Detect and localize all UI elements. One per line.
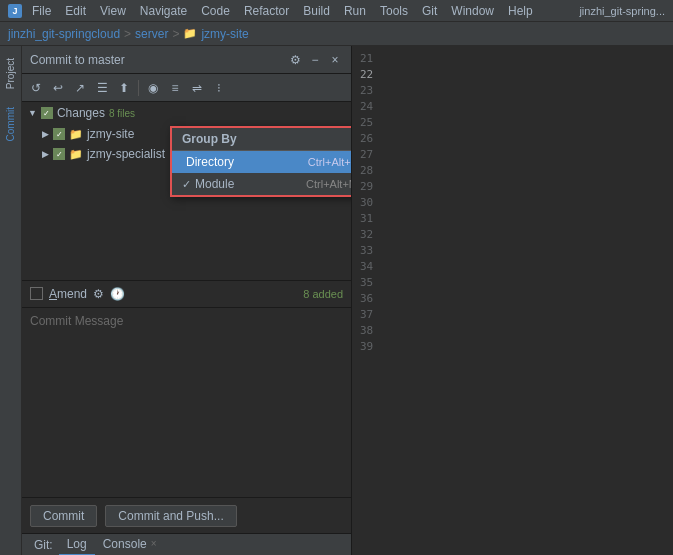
tree-item-label-1: jzmy-site	[87, 127, 134, 141]
git-tab-log-label: Log	[67, 537, 87, 551]
line-num-28: 28	[352, 162, 673, 178]
group-by-icon[interactable]: ⇌	[187, 78, 207, 98]
git-tab-console-label: Console	[103, 537, 147, 551]
dropdown-title: Group By	[172, 128, 351, 151]
dropdown-module-label: Module	[195, 177, 234, 191]
changes-count: 8 files	[109, 108, 135, 119]
menu-build[interactable]: Build	[297, 0, 336, 22]
line-num-27: 27	[352, 146, 673, 162]
dropdown-directory-label: Directory	[186, 155, 234, 169]
toolbar-separator	[138, 80, 139, 96]
folder-icon: 📁	[183, 27, 197, 40]
dropdown-item-directory-left: Directory	[182, 155, 234, 169]
git-tab-log[interactable]: Log	[59, 534, 95, 556]
dropdown-item-directory[interactable]: Directory Ctrl+Alt+P	[172, 151, 351, 173]
breadcrumb-part-3[interactable]: jzmy-site	[201, 27, 248, 41]
amend-label: Amend	[49, 287, 87, 301]
menu-file[interactable]: File	[26, 0, 57, 22]
settings-icon[interactable]: ⚙	[287, 52, 303, 68]
menu-help[interactable]: Help	[502, 0, 539, 22]
menu-refactor[interactable]: Refactor	[238, 0, 295, 22]
changes-tree-header: ▼ ✓ Changes 8 files	[22, 102, 351, 124]
line-num-32: 32	[352, 226, 673, 242]
minimize-icon[interactable]: −	[307, 52, 323, 68]
sidebar-tab-commit[interactable]: Commit	[3, 99, 18, 149]
breadcrumb-part-2[interactable]: server	[135, 27, 168, 41]
line-num-37: 37	[352, 306, 673, 322]
line-num-39: 39	[352, 338, 673, 354]
menu-edit[interactable]: Edit	[59, 0, 92, 22]
app-icon: J	[8, 4, 22, 18]
line-num-35: 35	[352, 274, 673, 290]
tree-item-arrow-2: ▶	[42, 149, 49, 159]
view-icon[interactable]: ◉	[143, 78, 163, 98]
breadcrumb: jinzhi_git-springcloud > server > 📁 jzmy…	[0, 22, 673, 46]
commit-toolbar: ↺ ↩ ↗ ☰ ⬆ ◉ ≡ ⇌ ⁝	[22, 74, 351, 102]
menu-run[interactable]: Run	[338, 0, 372, 22]
line-num-36: 36	[352, 290, 673, 306]
menu-git[interactable]: Git	[416, 0, 443, 22]
left-sidebar: Project Commit	[0, 46, 22, 555]
dropdown-item-module[interactable]: ✓ Module Ctrl+Alt+M	[172, 173, 351, 195]
line-num-33: 33	[352, 242, 673, 258]
folder-icon-1: 📁	[69, 128, 83, 141]
more-icon[interactable]: ⁝	[209, 78, 229, 98]
console-tab-close-icon[interactable]: ×	[151, 538, 157, 549]
align-left-icon[interactable]: ≡	[165, 78, 185, 98]
commit-and-push-button[interactable]: Commit and Push...	[105, 505, 236, 527]
diff-panel: 21 22 23 24 25 26 27 28 29 30 31 32 33 3…	[352, 46, 673, 555]
tree-item-checkbox-1[interactable]: ✓	[53, 128, 65, 140]
sidebar-tab-project[interactable]: Project	[3, 50, 18, 97]
breadcrumb-part-1[interactable]: jinzhi_git-springcloud	[8, 27, 120, 41]
line-num-29: 29	[352, 178, 673, 194]
menu-navigate[interactable]: Navigate	[134, 0, 193, 22]
list-icon[interactable]: ☰	[92, 78, 112, 98]
commit-panel-header: Commit to master ⚙ − ×	[22, 46, 351, 74]
git-prefix: Git:	[28, 538, 59, 552]
amend-bar: Amend ⚙ 🕐 8 added	[22, 280, 351, 308]
breadcrumb-sep-2: >	[172, 27, 179, 41]
tree-item-label-2: jzmy-specialist	[87, 147, 165, 161]
added-count: 8 added	[303, 288, 343, 300]
window-title: jinzhi_git-spring...	[579, 5, 665, 17]
undo-icon[interactable]: ↩	[48, 78, 68, 98]
panel-header-actions: ⚙ − ×	[287, 52, 343, 68]
changes-label: Changes	[57, 106, 105, 120]
menu-code[interactable]: Code	[195, 0, 236, 22]
amend-settings-icon[interactable]: ⚙	[93, 287, 104, 301]
git-tabs-bar: Git: Log Console ×	[22, 533, 351, 555]
upload-icon[interactable]: ⬆	[114, 78, 134, 98]
commit-buttons: Commit Commit and Push...	[22, 497, 351, 533]
line-num-26: 26	[352, 130, 673, 146]
line-num-30: 30	[352, 194, 673, 210]
line-num-25: 25	[352, 114, 673, 130]
changes-tree: ▼ ✓ Changes 8 files ▶ ✓ 📁 jzmy-site ▶ ✓ …	[22, 102, 351, 280]
amend-clock-icon[interactable]: 🕐	[110, 287, 125, 301]
line-num-24: 24	[352, 98, 673, 114]
title-bar: J File Edit View Navigate Code Refactor …	[0, 0, 673, 22]
git-tab-console[interactable]: Console ×	[95, 534, 165, 556]
line-num-31: 31	[352, 210, 673, 226]
line-num-38: 38	[352, 322, 673, 338]
panel-title: Commit to master	[30, 53, 125, 67]
menu-tools[interactable]: Tools	[374, 0, 414, 22]
commit-button[interactable]: Commit	[30, 505, 97, 527]
amend-checkbox[interactable]	[30, 287, 43, 300]
commit-message-area[interactable]: Commit Message	[22, 308, 351, 498]
menu-bar: File Edit View Navigate Code Refactor Bu…	[26, 0, 539, 22]
tree-item-checkbox-2[interactable]: ✓	[53, 148, 65, 160]
dropdown-item-module-left: ✓ Module	[182, 177, 234, 191]
close-icon[interactable]: ×	[327, 52, 343, 68]
tree-expand-arrow[interactable]: ▼	[28, 108, 37, 118]
menu-view[interactable]: View	[94, 0, 132, 22]
amend-left: Amend ⚙ 🕐	[30, 287, 125, 301]
move-up-icon[interactable]: ↗	[70, 78, 90, 98]
group-by-dropdown: Group By Directory Ctrl+Alt+P ✓ Module C…	[170, 126, 351, 197]
commit-panel: Commit to master ⚙ − × ↺ ↩ ↗ ☰ ⬆ ◉ ≡ ⇌ ⁝…	[22, 46, 352, 555]
changes-select-all-checkbox[interactable]: ✓	[41, 107, 53, 119]
menu-window[interactable]: Window	[445, 0, 500, 22]
module-shortcut: Ctrl+Alt+M	[306, 178, 351, 190]
module-check: ✓	[182, 178, 191, 191]
line-num-34: 34	[352, 258, 673, 274]
refresh-icon[interactable]: ↺	[26, 78, 46, 98]
